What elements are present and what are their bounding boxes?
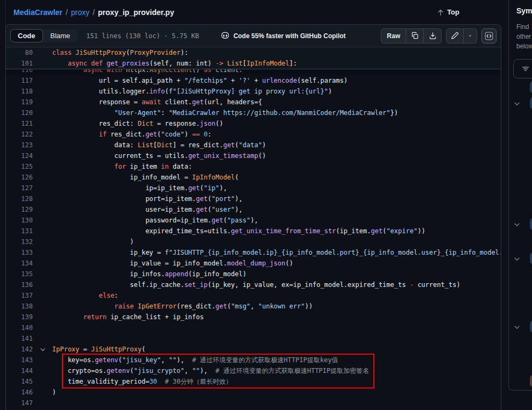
breadcrumb-separator: /	[93, 8, 95, 17]
code-line: 139 return ip_cache_list + ip_infos	[6, 312, 501, 322]
chevron-down-icon[interactable]	[513, 100, 521, 107]
line-number[interactable]: 119	[6, 98, 33, 106]
code-text: async def get_proxies(self, num: int) ->…	[52, 58, 297, 69]
line-number[interactable]: 134	[6, 260, 33, 267]
line-number[interactable]: 129	[6, 206, 33, 213]
line-number[interactable]: 140	[6, 324, 33, 332]
breadcrumb-file-name: proxy_ip_provider.py	[98, 8, 174, 17]
line-number[interactable]: 146	[6, 389, 33, 396]
collapse-chevron-icon[interactable]	[39, 346, 46, 353]
line-number[interactable]: 141	[6, 335, 33, 342]
code-text: current_ts = utils.get_unix_timestamp()	[52, 150, 266, 161]
line-number[interactable]: 120	[6, 109, 33, 117]
line-number[interactable]: 122	[6, 131, 33, 138]
edit-pencil-icon	[451, 32, 459, 40]
breadcrumb-repo-link[interactable]: MediaCrawler	[13, 8, 62, 17]
line-number[interactable]: 126	[6, 174, 33, 181]
tab-blame[interactable]: Blame	[43, 30, 78, 42]
symbol-item[interactable]	[530, 253, 532, 264]
line-number[interactable]: 138	[6, 303, 33, 310]
line-number[interactable]: 80	[6, 49, 33, 56]
symbol-item[interactable]	[530, 81, 532, 93]
line-number[interactable]: 136	[6, 281, 33, 289]
copy-button[interactable]	[406, 28, 424, 44]
line-number[interactable]: 137	[6, 292, 33, 299]
code-line: 132 )	[6, 236, 501, 247]
code-line: 119 response = await client.get(url, hea…	[6, 97, 501, 107]
download-button[interactable]	[424, 28, 442, 44]
line-number[interactable]: 124	[6, 152, 33, 160]
symbols-filter-input[interactable]	[513, 59, 532, 78]
code-text: data: List[Dict] = res_dict.get("data")	[52, 140, 266, 150]
code-line: 123 data: List[Dict] = res_dict.get("dat…	[6, 140, 501, 150]
line-number[interactable]: 132	[6, 238, 33, 246]
filter-icon	[521, 64, 530, 73]
line-number[interactable]: 135	[6, 270, 33, 278]
code-line: 121 res_dict: Dict = response.json()	[6, 118, 501, 129]
code-text: class JiSuHttpProxy(ProxyProvider):	[52, 47, 188, 58]
line-number[interactable]: 128	[6, 195, 33, 203]
symbols-panel-title: Symbols	[516, 6, 532, 15]
edit-button[interactable]	[446, 28, 464, 44]
code-line: 130 password=ip_item.get("pass"),	[6, 215, 501, 226]
symbols-panel: Symbols Find other below	[508, 0, 532, 391]
code-text: utils.logger.info(f"[JiSuHttpProxy] get …	[52, 86, 332, 97]
line-number[interactable]: 121	[6, 120, 33, 127]
chevron-down-icon[interactable]	[513, 221, 521, 228]
code-text: time_validity_period=30 # 30分钟（最长时效）	[52, 376, 232, 387]
chevron-down-icon[interactable]	[513, 323, 521, 331]
copilot-banner-text: Code 55% faster with GitHub Copilot	[233, 32, 346, 40]
breadcrumb-folder-link[interactable]: proxy	[71, 8, 89, 17]
symbol-item[interactable]	[530, 375, 532, 387]
edit-actions-group	[446, 28, 477, 44]
symbol-item[interactable]	[530, 218, 532, 230]
line-number[interactable]: 131	[6, 227, 33, 235]
tab-code[interactable]: Code	[10, 29, 43, 42]
line-number[interactable]: 144	[6, 367, 33, 375]
line-number[interactable]: 133	[6, 249, 33, 256]
line-number[interactable]: 125	[6, 163, 33, 170]
code-text: ip=ip_item.get("ip"),	[52, 183, 227, 193]
scroll-to-top-button[interactable]: Top	[437, 8, 459, 16]
code-line: 124 current_ts = utils.get_unix_timestam…	[6, 150, 501, 161]
line-number[interactable]: 117	[6, 77, 33, 84]
code-line: 134 ip_value = ip_info_model.model_dump_…	[6, 258, 501, 269]
code-line: 131 expired_time_ts=utils.get_unix_time_…	[6, 226, 501, 236]
github-code-view-page: { "breadcrumb": { "repo": "MediaCrawler"…	[0, 0, 532, 410]
sticky-code-line: 101 async def get_proxies(self, num: int…	[6, 58, 501, 69]
code-line: 145 time_validity_period=30 # 30分钟（最长时效）	[6, 376, 501, 387]
line-number[interactable]: 142	[6, 346, 33, 353]
toolbar-actions: Raw	[381, 28, 496, 44]
code-symbols-icon	[485, 32, 493, 40]
edit-dropdown-button[interactable]	[464, 28, 477, 44]
line-number[interactable]: 139	[6, 313, 33, 321]
symbols-panel-toggle-button[interactable]	[481, 28, 496, 44]
sticky-code-lines: 80class JiSuHttpProxy(ProxyProvider):101…	[6, 47, 501, 69]
download-icon	[429, 32, 437, 40]
symbols-desc-line: below	[516, 41, 532, 51]
line-number[interactable]: 147	[6, 399, 33, 407]
breadcrumb-separator: /	[66, 8, 68, 17]
code-text: expired_time_ts=utils.get_unix_time_from…	[52, 226, 425, 236]
line-number[interactable]: 118	[6, 88, 33, 95]
code-text: port=ip_item.get("port"),	[52, 193, 243, 204]
line-number[interactable]: 127	[6, 184, 33, 192]
code-line: 136 self.ip_cache.set_ip(ip_key, ip_valu…	[6, 279, 501, 290]
symbols-panel-description: Find other below	[516, 22, 532, 51]
chevron-down-icon[interactable]	[513, 255, 521, 263]
line-number[interactable]: 101	[6, 60, 33, 67]
line-number[interactable]: 143	[6, 356, 33, 364]
symbol-item[interactable]	[530, 321, 532, 333]
code-text: user=ip_item.get("user"),	[52, 204, 243, 215]
code-line: 147	[6, 398, 501, 408]
line-number[interactable]: 123	[6, 141, 33, 149]
line-number[interactable]: 145	[6, 378, 33, 385]
copilot-banner[interactable]: Code 55% faster with GitHub Copilot	[221, 31, 346, 40]
dropdown-caret-icon	[467, 33, 473, 39]
code-text: ip_info_model = IpInfoModel(	[52, 172, 239, 183]
raw-button[interactable]: Raw	[381, 28, 406, 44]
code-text: return ip_cache_list + ip_infos	[52, 312, 204, 322]
code-text: key=os.getenv("jisu_key", ""), # 通过环境变量的…	[52, 355, 338, 365]
line-number[interactable]: 130	[6, 217, 33, 224]
symbol-item[interactable]	[530, 97, 532, 109]
